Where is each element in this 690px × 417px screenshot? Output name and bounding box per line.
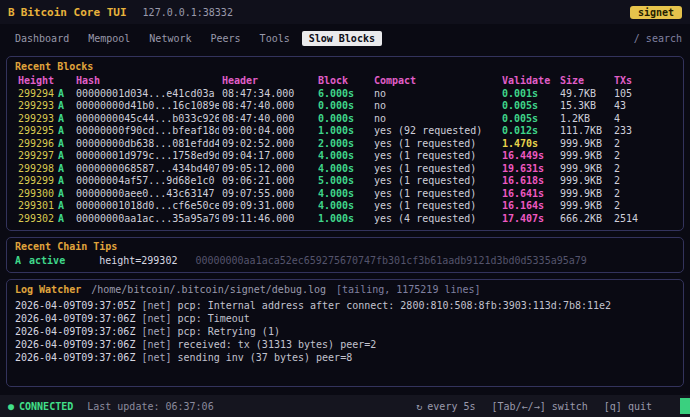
log-line: 2026-04-09T09:37:05Z [net] pcp: Internal… <box>15 299 675 312</box>
tab-peers[interactable]: Peers <box>204 31 248 46</box>
chain-tips-panel: Recent Chain Tips Aactiveheight=29930200… <box>6 237 684 273</box>
log-message: received: tx (31313 bytes) peer=2 <box>178 339 377 350</box>
quit-hint: [q] quit <box>604 401 652 412</box>
block-header-time: 09:09:31.000 <box>219 200 315 213</box>
log-watcher-header: Log Watcher/home/bitcoin/.bitcoin/signet… <box>15 283 675 297</box>
block-time: 1.000s <box>315 125 371 138</box>
block-marker: A <box>55 125 73 138</box>
block-header-time: 09:07:55.000 <box>219 188 315 201</box>
block-header-time: 09:02:52.000 <box>219 138 315 151</box>
tip-height: height=299302 <box>99 255 177 266</box>
block-size: 49.7KB <box>557 88 611 101</box>
block-row[interactable]: 299294A00000001d034...e41cd03a08:47:34.0… <box>15 88 675 101</box>
block-row[interactable]: 299301A00000001018d0...cf6e50ce09:09:31.… <box>15 200 675 213</box>
log-category: [net] <box>135 339 177 350</box>
block-height: 299302 <box>15 213 55 226</box>
block-time: 4.000s <box>315 150 371 163</box>
block-time: 4.000s <box>315 163 371 176</box>
log-message: sending inv (37 bytes) peer=8 <box>178 352 353 363</box>
block-marker: A <box>55 150 73 163</box>
network-badge: signet <box>630 6 682 19</box>
block-height: 299294 <box>15 88 55 101</box>
log-timestamp: 2026-04-09T09:37:06Z <box>15 339 135 350</box>
search-hint[interactable]: / search <box>634 33 682 44</box>
nav-bar: DashboardMempoolNetworkPeersToolsSlow Bl… <box>0 28 690 48</box>
block-row[interactable]: 299302A00000000aa1ac...35a95a7909:11:46.… <box>15 213 675 226</box>
col-header-validate: Validate <box>499 75 557 88</box>
tab-tools[interactable]: Tools <box>253 31 297 46</box>
log-file-path: /home/bitcoin/.bitcoin/signet/debug.log <box>91 284 326 295</box>
block-size: 999.9KB <box>557 138 611 151</box>
block-marker: A <box>55 188 73 201</box>
block-hash: 00000000d41b0...16c1089e <box>73 100 219 113</box>
cursor-block <box>680 398 690 414</box>
block-marker: A <box>55 88 73 101</box>
block-row[interactable]: 299296A00000000db638...081efdd409:02:52.… <box>15 138 675 151</box>
chain-tip-row[interactable]: Aactiveheight=29930200000000aa1aca52ec65… <box>15 254 675 268</box>
block-size: 15.3KB <box>557 100 611 113</box>
block-compact: yes (1 requested) <box>371 188 499 201</box>
block-compact: yes (4 requested) <box>371 213 499 226</box>
switch-hint: [Tab/←/→] switch <box>492 401 588 412</box>
block-txs: 2 <box>611 188 675 201</box>
log-watcher-panel: Log Watcher/home/bitcoin/.bitcoin/signet… <box>6 279 684 387</box>
block-size: 999.9KB <box>557 163 611 176</box>
block-size: 999.9KB <box>557 175 611 188</box>
block-validate-time: 0.001s <box>499 88 557 101</box>
block-compact: yes (1 requested) <box>371 150 499 163</box>
log-watcher-title: Log Watcher <box>15 283 81 297</box>
block-compact: yes (1 requested) <box>371 138 499 151</box>
block-row[interactable]: 299300A00000000aee0...43c6314709:07:55.0… <box>15 188 675 201</box>
block-row[interactable]: 299298A0000000068587...434bd40709:05:12.… <box>15 163 675 176</box>
recent-blocks-title: Recent Blocks <box>15 60 93 74</box>
block-row[interactable]: 299293A0000000045c44...b033c92608:47:40.… <box>15 113 675 126</box>
log-tail-info: [tailing, 1175219 lines] <box>336 284 481 295</box>
col-header-compact: Compact <box>371 75 499 88</box>
block-height: 299300 <box>15 188 55 201</box>
block-row[interactable]: 299293A00000000d41b0...16c1089e08:47:40.… <box>15 100 675 113</box>
block-validate-time: 17.407s <box>499 213 557 226</box>
tab-mempool[interactable]: Mempool <box>81 31 137 46</box>
block-txs: 43 <box>611 100 675 113</box>
block-time: 5.000s <box>315 175 371 188</box>
log-lines[interactable]: 2026-04-09T09:37:05Z [net] pcp: Internal… <box>15 299 675 364</box>
block-hash: 00000000aa1ac...35a95a79 <box>73 213 219 226</box>
block-validate-time: 16.641s <box>499 188 557 201</box>
block-row[interactable]: 299299A00000004af57...9d68e1c009:06:21.0… <box>15 175 675 188</box>
tab-dashboard[interactable]: Dashboard <box>8 31 76 46</box>
block-marker: A <box>55 213 73 226</box>
block-height: 299295 <box>15 125 55 138</box>
block-marker: A <box>55 113 73 126</box>
col-header-header: Header <box>219 75 315 88</box>
log-timestamp: 2026-04-09T09:37:05Z <box>15 300 135 311</box>
block-txs: 2514 <box>611 213 675 226</box>
block-header-time: 08:47:40.000 <box>219 100 315 113</box>
block-hash: 00000004af57...9d68e1c0 <box>73 175 219 188</box>
block-header-time: 09:04:17.000 <box>219 150 315 163</box>
block-hash: 00000000f90cd...bfeaf18d <box>73 125 219 138</box>
log-timestamp: 2026-04-09T09:37:06Z <box>15 326 135 337</box>
block-height: 299293 <box>15 113 55 126</box>
block-compact: no <box>371 113 499 126</box>
tab-network[interactable]: Network <box>142 31 198 46</box>
block-txs: 2 <box>611 200 675 213</box>
block-marker: A <box>55 138 73 151</box>
block-hash: 00000001d979c...1758ed9d <box>73 150 219 163</box>
blocks-header-row: Height Hash Header Block Compact Validat… <box>15 75 675 88</box>
log-category: [net] <box>135 352 177 363</box>
top-bar: B Bitcoin Core TUI 127.0.0.1:38332 signe… <box>0 0 690 24</box>
block-row[interactable]: 299295A00000000f90cd...bfeaf18d09:00:04.… <box>15 125 675 138</box>
block-compact: yes (1 requested) <box>371 200 499 213</box>
block-hash: 0000000045c44...b033c926 <box>73 113 219 126</box>
block-hash: 00000001d034...e41cd03a <box>73 88 219 101</box>
chain-tips-title: Recent Chain Tips <box>15 240 117 254</box>
tab-slow-blocks[interactable]: Slow Blocks <box>302 31 382 46</box>
log-category: [net] <box>135 300 177 311</box>
last-update: Last update: 06:37:06 <box>87 401 213 412</box>
block-time: 1.000s <box>315 213 371 226</box>
connection-status: CONNECTED <box>19 401 73 412</box>
log-message: pcp: Internal address after connect: 280… <box>178 300 611 311</box>
block-height: 299298 <box>15 163 55 176</box>
block-hash: 00000000db638...081efdd4 <box>73 138 219 151</box>
block-row[interactable]: 299297A00000001d979c...1758ed9d09:04:17.… <box>15 150 675 163</box>
